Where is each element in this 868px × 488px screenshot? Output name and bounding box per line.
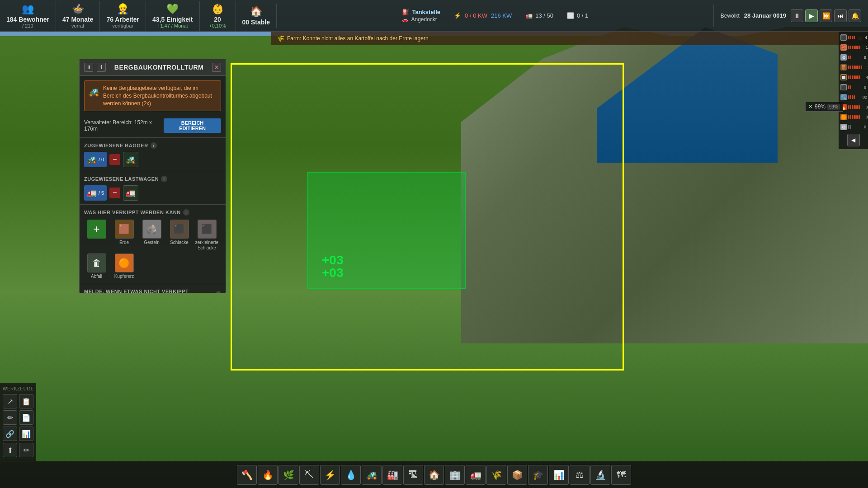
res-row-planks: 🔲 470 [839, 72, 868, 82]
tb-fire[interactable]: 🔥 [258, 465, 278, 485]
res-iron-bars [848, 85, 854, 89]
res-bar [848, 105, 849, 109]
tb-water[interactable]: 💧 [341, 465, 361, 485]
res-copper-val: 391 [862, 115, 868, 119]
trucks-info-button[interactable]: i [161, 176, 167, 182]
res-bar [859, 66, 860, 69]
residents-icon: 👥 [22, 3, 34, 15]
res-bar [848, 56, 849, 59]
res-iron-val: 8 [855, 85, 866, 89]
res-bar [855, 46, 857, 49]
res-bar [857, 75, 859, 79]
weather-display: Bewölkt [721, 13, 740, 19]
panel-close-button[interactable]: ✕ [212, 63, 221, 72]
res-bar [848, 75, 849, 79]
res-bar [854, 66, 855, 69]
tb-factory[interactable]: 🏭 [382, 465, 402, 485]
panel-info-button[interactable]: ℹ [97, 63, 106, 72]
res-steel-val: 8 [855, 55, 866, 60]
tb-truck[interactable]: 🚛 [466, 465, 486, 485]
edit-area-button[interactable]: BEREICH EDITIEREN [164, 118, 221, 133]
tb-vehicle[interactable]: 🚜 [362, 465, 382, 485]
dump-can-info-button[interactable]: i [183, 209, 189, 216]
trucks-label: ZUGEWIESENE LASTWAGEN [84, 176, 159, 182]
res-bar [848, 125, 849, 129]
panel-pause-button[interactable]: ⏸ [84, 63, 93, 72]
res-bar [854, 105, 855, 109]
excavators-assign-row: 🚜 / 0 − 🚜 [80, 150, 226, 169]
resource-expand-button[interactable]: ◀ [847, 134, 860, 146]
res-bar [857, 115, 859, 119]
sound-button[interactable]: 🔔 [849, 9, 861, 22]
dump-item-erde[interactable]: 🟫 Erde [112, 220, 137, 251]
tool-draw-button[interactable]: ✏ [3, 410, 17, 425]
dump-item-zerkleinerte[interactable]: ⬛ zerkleinerte Schlacke [194, 220, 219, 251]
dump-cannot-info-button[interactable]: i [216, 291, 221, 293]
top-hud: 👥 184 Bewohner / 210 🍲 47 Monate vorrat … [0, 0, 868, 32]
res-copper-bars [848, 115, 860, 119]
dump-item-abfall[interactable]: 🗑 Abfall [84, 253, 109, 279]
play-button[interactable]: ▶ [805, 9, 818, 22]
res-bar [852, 66, 853, 69]
trucks-minus-button[interactable]: − [109, 188, 120, 198]
building-status: Angedockt [411, 16, 437, 23]
tool-up-button[interactable]: ⬆ [3, 443, 17, 457]
excavators-minus-button[interactable]: − [109, 154, 120, 165]
res-bar [848, 36, 849, 39]
tool-edit-button[interactable]: ✏ [19, 443, 33, 457]
pause-button[interactable]: ⏸ [791, 9, 803, 22]
dump-item-schlacke[interactable]: ⬛ Schlacke [167, 220, 192, 251]
tool-pct-value: 99% [815, 103, 826, 110]
res-brick-icon: 🧱 [840, 44, 847, 51]
res-stone-icon: ⬛ [840, 34, 847, 41]
bergbau-panel: ⏸ ℹ BERGBAUKONTROLLTURM ✕ 🚜 Keine Bergba… [79, 59, 226, 293]
res-stone-bars [848, 36, 855, 39]
res-brick-val: 108 [862, 45, 868, 50]
tool-paste-button[interactable]: 📄 [19, 410, 33, 425]
tb-storage[interactable]: 📦 [507, 465, 527, 485]
stat-unity: 💚 43,5 Einigkeit +1,47 / Monat [146, 1, 199, 31]
excavators-info-button[interactable]: i [151, 142, 157, 149]
workers-sub: verfügbar [112, 23, 133, 28]
tb-office[interactable]: 🏢 [445, 465, 465, 485]
tool-select-button[interactable]: ↗ [3, 394, 17, 408]
tb-research[interactable]: 🔬 [590, 465, 610, 485]
tb-axe[interactable]: 🪓 [237, 465, 257, 485]
stat-stable: 🏠 00 Stable [236, 4, 277, 28]
tb-stats[interactable]: 📊 [549, 465, 569, 485]
tool-chart-button[interactable]: 📊 [19, 427, 33, 441]
res-bar [854, 46, 855, 49]
excavators-header: ZUGEWIESENE BAGGER i [80, 140, 226, 150]
truck-icon: 🚛 [87, 188, 97, 198]
dump-add-item: + [84, 220, 109, 251]
green-highlight-area: +03+03 [307, 172, 466, 289]
faster-button[interactable]: ⏭ [834, 9, 847, 22]
tb-mine[interactable]: ⛏ [299, 465, 319, 485]
tool-pct-display: ✕ 99% 99% [805, 102, 843, 112]
tb-power[interactable]: ⚡ [320, 465, 340, 485]
res-coal-val: 399 [862, 105, 868, 109]
trucks-assign-row: 🚛 / 5 − 🚛 [80, 183, 226, 202]
tb-school[interactable]: 🎓 [528, 465, 548, 485]
res-wood-bars [848, 66, 862, 69]
tb-plant[interactable]: 🌿 [278, 465, 298, 485]
power-max: 216 KW [491, 12, 512, 19]
tool-copy-button[interactable]: 📋 [19, 394, 33, 408]
tb-map[interactable]: 🗺 [611, 465, 631, 485]
dump-item-kupfererz[interactable]: 🟠 Kupfererz [112, 253, 137, 279]
res-bar [855, 75, 857, 79]
tb-farm[interactable]: 🌾 [486, 465, 506, 485]
res-bar [854, 115, 855, 119]
tb-construct[interactable]: 🏗 [403, 465, 423, 485]
res-row-steel: ⚙ 8 [839, 52, 868, 62]
res-bar [857, 105, 859, 109]
tb-house[interactable]: 🏠 [424, 465, 444, 485]
fast-button[interactable]: ⏩ [820, 9, 832, 22]
dump-add-button[interactable]: + [87, 220, 106, 239]
tool-connect-button[interactable]: 🔗 [3, 427, 17, 441]
res-gear-val: 0 [855, 125, 866, 129]
dump-item-gestein[interactable]: 🪨 Gestein [139, 220, 164, 251]
res-row-copper: 🟠 391 [839, 112, 868, 122]
stat-residents: 👥 184 Bewohner / 210 [0, 1, 56, 31]
tb-trade[interactable]: ⚖ [570, 465, 590, 485]
